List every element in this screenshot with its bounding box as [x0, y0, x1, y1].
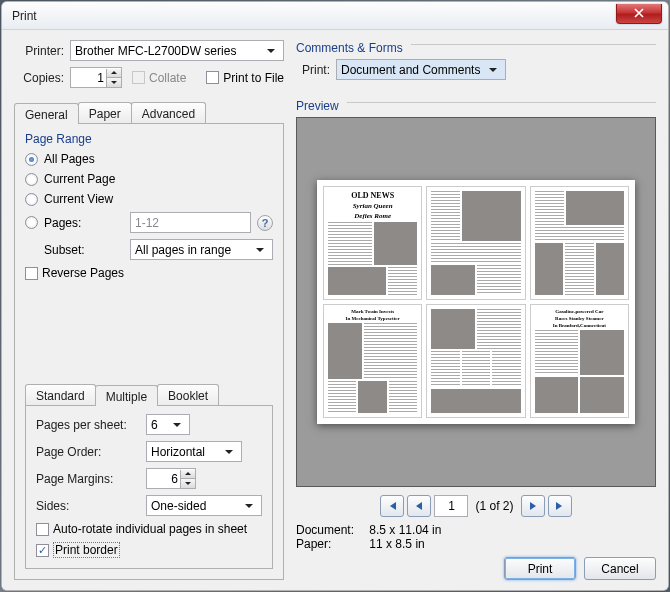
page-count-text: (1 of 2) — [475, 499, 513, 513]
comments-forms-dropdown[interactable]: Document and Comments — [336, 59, 506, 80]
page-range-title: Page Range — [25, 132, 273, 146]
copies-label: Copies: — [14, 71, 70, 85]
prev-page-icon — [413, 500, 425, 512]
current-page-label: Current Page — [44, 172, 115, 186]
window-title: Print — [12, 9, 37, 23]
chevron-down-icon — [221, 444, 237, 460]
tab-general[interactable]: General — [14, 103, 79, 124]
current-view-label: Current View — [44, 192, 113, 206]
document-size-row: Document: 8.5 x 11.04 in — [296, 523, 656, 537]
reverse-pages-checkbox[interactable] — [25, 267, 38, 280]
spin-down-icon — [106, 78, 121, 87]
radio-current-page[interactable] — [25, 173, 38, 186]
chevron-down-icon — [263, 43, 279, 59]
preview-page-4: Mark Twain Invests In Mechanical Typeset… — [323, 304, 422, 418]
titlebar: Print — [2, 2, 668, 30]
collate-label: Collate — [149, 71, 186, 85]
printer-dropdown[interactable]: Brother MFC-L2700DW series — [70, 40, 284, 61]
help-icon[interactable]: ? — [257, 215, 273, 231]
reverse-pages-label: Reverse Pages — [42, 266, 124, 280]
sides-dropdown[interactable]: One-sided — [146, 495, 262, 516]
preview-area: OLD NEWS Syrian Queen Defies Rome — [296, 117, 656, 487]
radio-current-view[interactable] — [25, 193, 38, 206]
chevron-down-icon — [241, 498, 257, 514]
printer-label: Printer: — [14, 44, 70, 58]
tab-multiple[interactable]: Multiple — [95, 385, 158, 406]
tab-advanced[interactable]: Advanced — [131, 102, 206, 123]
print-to-file-checkbox[interactable] — [206, 71, 219, 84]
page-margins-stepper[interactable]: 6 — [146, 468, 196, 489]
pages-label: Pages: — [44, 216, 130, 230]
spin-up-icon — [180, 470, 195, 479]
subset-label: Subset: — [44, 243, 130, 257]
general-pane: Page Range All Pages Current Page Curren… — [14, 123, 284, 580]
preview-page-2 — [426, 186, 525, 300]
right-column: Comments & Forms Print: Document and Com… — [296, 40, 656, 580]
next-page-icon — [527, 500, 539, 512]
subset-dropdown[interactable]: All pages in range — [130, 239, 273, 260]
page-margins-label: Page Margins: — [36, 472, 146, 486]
multiple-pane: Pages per sheet: 6 Page Order: Horizonta… — [25, 405, 273, 569]
chevron-down-icon — [169, 417, 185, 433]
close-icon — [634, 8, 644, 18]
spin-down-icon — [180, 479, 195, 488]
chevron-down-icon — [252, 242, 268, 258]
radio-all-pages[interactable] — [25, 153, 38, 166]
dialog-body: Printer: Brother MFC-L2700DW series Copi… — [2, 30, 668, 590]
tab-standard[interactable]: Standard — [25, 384, 96, 405]
last-page-icon — [554, 500, 566, 512]
left-column: Printer: Brother MFC-L2700DW series Copi… — [14, 40, 284, 580]
preview-page-3 — [530, 186, 629, 300]
collate-checkbox — [132, 71, 145, 84]
pages-per-sheet-dropdown[interactable]: 6 — [146, 414, 190, 435]
tab-booklet[interactable]: Booklet — [157, 384, 219, 405]
spin-up-icon — [106, 69, 121, 78]
radio-pages[interactable] — [25, 216, 38, 229]
main-tabs: General Paper Advanced — [14, 102, 284, 123]
footer-buttons: Print Cancel — [296, 557, 656, 580]
auto-rotate-checkbox[interactable] — [36, 523, 49, 536]
prev-page-button[interactable] — [407, 495, 431, 517]
preview-title: Preview — [296, 99, 339, 113]
next-page-button[interactable] — [521, 495, 545, 517]
page-order-dropdown[interactable]: Horizontal — [146, 441, 242, 462]
first-page-button[interactable] — [380, 495, 404, 517]
tab-paper[interactable]: Paper — [78, 102, 132, 123]
print-border-label: Print border — [53, 542, 120, 558]
preview-page-1: OLD NEWS Syrian Queen Defies Rome — [323, 186, 422, 300]
last-page-button[interactable] — [548, 495, 572, 517]
preview-pager: 1 (1 of 2) — [296, 495, 656, 517]
page-order-label: Page Order: — [36, 445, 146, 459]
print-button[interactable]: Print — [504, 557, 576, 580]
auto-rotate-label: Auto-rotate individual pages in sheet — [53, 522, 247, 536]
first-page-icon — [386, 500, 398, 512]
copies-stepper[interactable]: 1 — [70, 67, 122, 88]
print-to-file-label: Print to File — [223, 71, 284, 85]
pages-input[interactable]: 1-12 — [130, 212, 251, 233]
chevron-down-icon — [485, 62, 501, 78]
all-pages-label: All Pages — [44, 152, 95, 166]
preview-page-6: Gasoline-powered Car Races Stanley Steam… — [530, 304, 629, 418]
print-border-checkbox[interactable] — [36, 544, 49, 557]
comments-forms-title: Comments & Forms — [296, 41, 403, 55]
handling-tabs: Standard Multiple Booklet — [25, 384, 273, 405]
paper-size-row: Paper: 11 x 8.5 in — [296, 537, 656, 551]
cancel-button[interactable]: Cancel — [584, 557, 656, 580]
preview-sheet: OLD NEWS Syrian Queen Defies Rome — [317, 180, 635, 424]
page-number-input[interactable]: 1 — [434, 495, 468, 517]
pages-per-sheet-label: Pages per sheet: — [36, 418, 146, 432]
sides-label: Sides: — [36, 499, 146, 513]
print-dialog: Print Printer: Brother MFC-L2700DW serie… — [1, 1, 669, 591]
preview-page-5 — [426, 304, 525, 418]
close-button[interactable] — [616, 4, 662, 24]
cf-print-label: Print: — [296, 63, 336, 77]
